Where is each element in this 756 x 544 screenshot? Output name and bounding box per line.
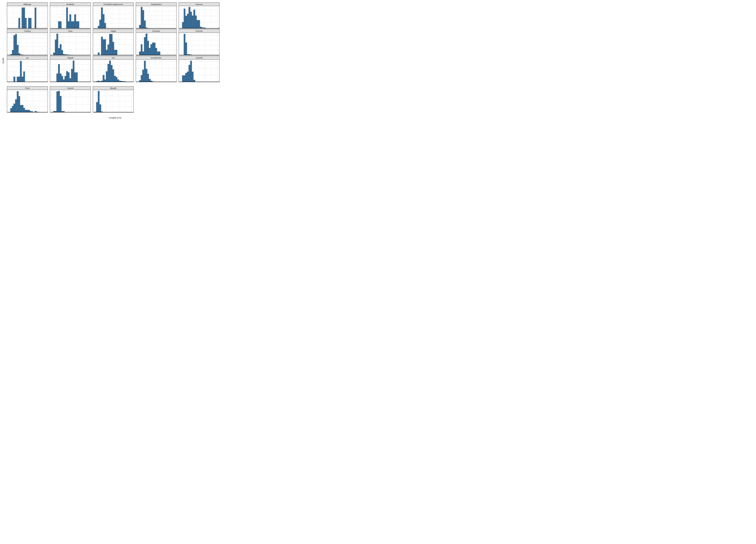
svg-rect-15 — [25, 18, 27, 28]
svg-rect-36 — [71, 21, 73, 28]
svg-rect-311 — [144, 61, 146, 82]
svg-rect-349 — [10, 108, 12, 112]
svg-rect-286 — [111, 65, 112, 82]
facet-strip: Hyse — [50, 29, 91, 33]
svg-rect-18 — [35, 8, 36, 28]
svg-rect-38 — [74, 15, 76, 29]
svg-rect-35 — [70, 15, 71, 29]
svg-rect-358 — [25, 110, 27, 112]
svg-rect-124 — [17, 45, 18, 55]
svg-rect-32 — [60, 21, 61, 28]
svg-rect-175 — [112, 42, 114, 55]
svg-rect-40 — [78, 21, 79, 28]
svg-rect-16 — [28, 18, 30, 28]
svg-rect-34 — [68, 21, 70, 28]
svg-rect-76 — [144, 21, 146, 28]
svg-rect-171 — [106, 50, 108, 55]
y-axis: 0100200300 — [179, 60, 179, 82]
plot-area: 0100200300400500 — [7, 33, 48, 55]
svg-rect-101 — [200, 27, 202, 28]
svg-rect-74 — [141, 7, 142, 28]
svg-rect-287 — [112, 69, 114, 82]
svg-rect-288 — [114, 76, 116, 82]
svg-rect-98 — [195, 16, 197, 28]
facet-strip: Blålange — [7, 2, 48, 6]
panel-kloskate: Kloskate0369 — [136, 29, 177, 55]
panel--yep-l: Øyepål050010001500200004080120 — [93, 86, 134, 112]
svg-rect-312 — [146, 69, 147, 82]
svg-rect-397 — [96, 102, 98, 112]
panel-hvitting: Hvitting0100200300400500 — [7, 29, 48, 55]
svg-rect-93 — [187, 14, 189, 28]
svg-rect-168 — [101, 37, 103, 55]
svg-rect-235 — [17, 77, 18, 82]
svg-rect-261 — [71, 69, 73, 82]
svg-rect-329 — [182, 75, 184, 82]
svg-rect-290 — [117, 80, 119, 82]
facet-strip: Kloskate — [136, 29, 177, 33]
svg-rect-336 — [193, 80, 195, 82]
svg-rect-172 — [108, 45, 109, 55]
plot-area: 050010001500200004080120 — [93, 90, 134, 112]
svg-rect-94 — [189, 7, 190, 28]
svg-rect-253 — [58, 64, 60, 82]
svg-rect-217 — [185, 43, 187, 55]
svg-rect-146 — [61, 50, 63, 55]
panel-bl-lange: Blålange00.511.52 — [7, 2, 48, 29]
svg-rect-145 — [60, 44, 61, 55]
panel-h-gjel: Hågjel02468 — [93, 29, 134, 55]
svg-rect-236 — [18, 77, 20, 82]
svg-rect-12 — [18, 18, 20, 28]
svg-rect-258 — [66, 71, 68, 82]
svg-rect-190 — [139, 52, 141, 55]
svg-rect-174 — [111, 34, 112, 55]
svg-rect-351 — [14, 104, 15, 112]
panel-svarth-: Svarthå010020030004080120 — [179, 56, 220, 82]
svg-rect-254 — [60, 74, 61, 82]
svg-rect-55 — [99, 20, 101, 28]
svg-rect-202 — [159, 52, 160, 55]
facet-strip: Øyepål — [93, 86, 134, 90]
svg-rect-308 — [139, 80, 141, 82]
panel-vassild: Vassild010020004080120 — [50, 86, 91, 112]
svg-rect-359 — [27, 110, 28, 112]
svg-rect-13 — [22, 8, 23, 28]
svg-rect-239 — [23, 72, 25, 82]
svg-rect-122 — [14, 35, 15, 55]
svg-rect-285 — [109, 61, 111, 82]
facet-strip: Breiflabb — [50, 2, 91, 6]
svg-rect-256 — [63, 80, 65, 82]
panel-lyr: Lyr01234 — [7, 56, 48, 86]
svg-rect-169 — [103, 39, 104, 55]
svg-rect-75 — [142, 10, 144, 28]
svg-rect-356 — [22, 105, 23, 112]
y-axis: 0306090 — [179, 6, 179, 28]
svg-rect-353 — [17, 91, 18, 112]
svg-rect-259 — [68, 73, 70, 82]
svg-rect-355 — [20, 105, 22, 112]
facet-strip: Firetrådet tangbrosme — [93, 2, 134, 6]
panel-breiflabb: Breiflabb0123 — [50, 2, 91, 29]
svg-rect-313 — [147, 74, 149, 82]
x-axis-label: Lengde (cm) — [7, 116, 223, 119]
svg-rect-284 — [108, 64, 109, 82]
svg-rect-196 — [149, 48, 151, 55]
svg-rect-121 — [12, 50, 14, 55]
svg-rect-143 — [57, 34, 58, 55]
svg-rect-95 — [190, 12, 192, 28]
svg-rect-99 — [197, 20, 198, 28]
svg-rect-398 — [98, 91, 99, 112]
svg-rect-90 — [182, 22, 184, 28]
svg-rect-354 — [18, 96, 20, 112]
svg-rect-96 — [192, 16, 194, 28]
facet-grid: Blålange00.511.52Breiflabb0123Firetrådet… — [7, 2, 223, 116]
svg-rect-255 — [61, 76, 63, 82]
panel-sei: Sei0204060 — [93, 56, 134, 86]
svg-rect-33 — [66, 7, 68, 28]
svg-rect-237 — [20, 61, 22, 82]
panel-piggh-: Pigghå051015 — [50, 56, 91, 86]
svg-rect-380 — [60, 96, 61, 112]
svg-rect-252 — [57, 74, 58, 82]
facet-strip: Kolmule — [179, 29, 220, 33]
facet-strip: Hågjel — [93, 29, 134, 33]
